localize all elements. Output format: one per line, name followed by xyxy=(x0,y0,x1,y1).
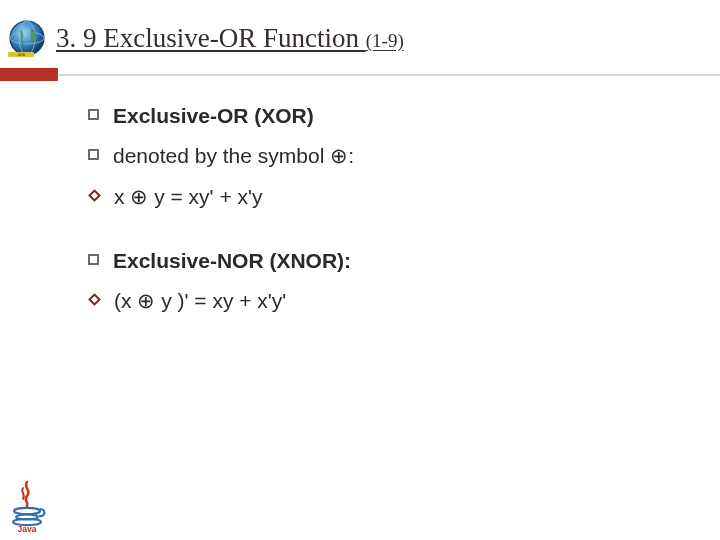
list-item: x ⊕ y = xy' + x'y xyxy=(88,183,650,211)
title-row: JAVA 3. 9 Exclusive-OR Function (1-9) xyxy=(0,18,720,66)
oplus-symbol: ⊕ xyxy=(130,185,148,208)
bullet-text: denoted by the symbol ⊕: xyxy=(113,142,354,170)
diamond-bullet-icon xyxy=(88,294,101,307)
slide-content: Exclusive-OR (XOR) denoted by the symbol… xyxy=(0,76,720,316)
diamond-bullet-icon xyxy=(88,189,101,202)
list-item: denoted by the symbol ⊕: xyxy=(88,142,650,170)
text-fragment: (x xyxy=(114,289,137,312)
text-fragment: y )' = xy + x'y' xyxy=(155,289,286,312)
spacer xyxy=(88,223,650,247)
svg-point-5 xyxy=(14,508,40,514)
text-fragment: x xyxy=(114,185,130,208)
bullet-text: (x ⊕ y )' = xy + x'y' xyxy=(114,287,286,315)
text-fragment: denoted by the symbol xyxy=(113,144,330,167)
bullet-text: Exclusive-NOR (XNOR): xyxy=(113,247,351,275)
slide-header: JAVA 3. 9 Exclusive-OR Function (1-9) xyxy=(0,0,720,76)
java-logo-icon: Java xyxy=(6,480,48,534)
square-bullet-icon xyxy=(88,149,99,160)
svg-text:Java: Java xyxy=(18,524,37,534)
square-bullet-icon xyxy=(88,254,99,265)
title-main-text: 3. 9 Exclusive-OR Function xyxy=(56,23,366,53)
oplus-symbol: ⊕ xyxy=(137,289,155,312)
list-item: (x ⊕ y )' = xy + x'y' xyxy=(88,287,650,315)
bullet-text: x ⊕ y = xy' + x'y xyxy=(114,183,263,211)
slide-title: 3. 9 Exclusive-OR Function (1-9) xyxy=(56,23,404,54)
svg-point-0 xyxy=(10,21,44,55)
square-bullet-icon xyxy=(88,109,99,120)
svg-text:JAVA: JAVA xyxy=(17,53,26,57)
title-sub-text: (1-9) xyxy=(366,30,404,51)
text-fragment: y = xy' + x'y xyxy=(148,185,262,208)
list-item: Exclusive-OR (XOR) xyxy=(88,102,650,130)
oplus-symbol: ⊕: xyxy=(330,144,354,167)
bullet-text: Exclusive-OR (XOR) xyxy=(113,102,314,130)
globe-icon: JAVA xyxy=(6,18,48,58)
list-item: Exclusive-NOR (XNOR): xyxy=(88,247,650,275)
